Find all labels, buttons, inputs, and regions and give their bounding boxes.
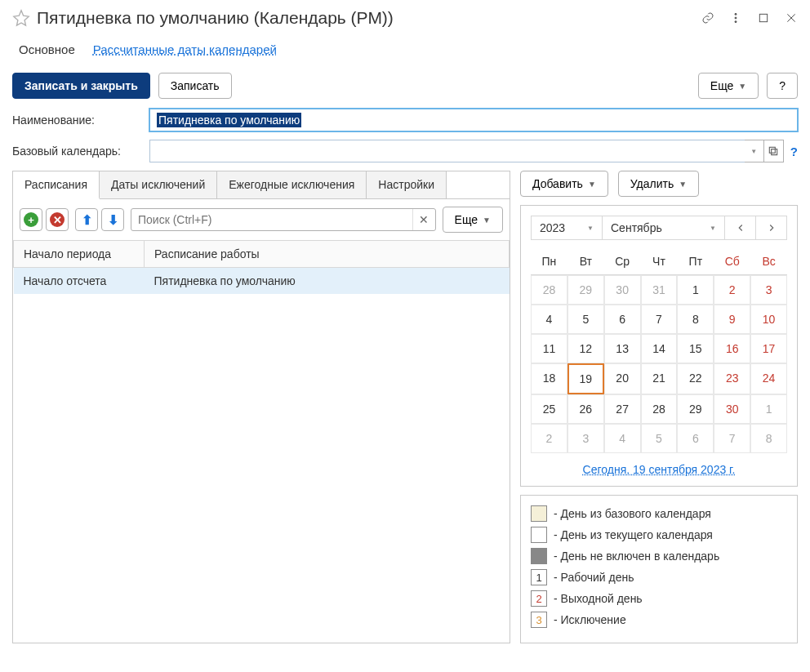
- calendar-day[interactable]: 6: [604, 305, 641, 334]
- calendar-day[interactable]: 3: [567, 424, 604, 453]
- chevron-down-icon: ▼: [679, 180, 687, 189]
- tab-yearly-exceptions[interactable]: Ежегодные исключения: [217, 171, 367, 198]
- right-toolbar: Добавить▼ Удалить▼: [520, 171, 798, 197]
- dropdown-button[interactable]: ▼: [745, 140, 764, 162]
- base-calendar-row: Базовый календарь: ▼ ?: [12, 140, 798, 162]
- calendar-day[interactable]: 4: [531, 305, 567, 334]
- calendar-day[interactable]: 3: [750, 275, 787, 305]
- more-button[interactable]: Еще▼: [698, 73, 759, 99]
- calendar-day[interactable]: 5: [567, 305, 604, 334]
- calendar-day[interactable]: 24: [750, 363, 787, 394]
- main-toolbar: Записать и закрыть Записать Еще▼ ?: [12, 73, 798, 99]
- next-month-button[interactable]: [756, 216, 787, 240]
- table-row[interactable]: Начало отсчета Пятидневка по умолчанию: [14, 268, 510, 295]
- calendar-day[interactable]: 26: [567, 394, 604, 424]
- calendar-day[interactable]: 23: [714, 363, 750, 394]
- svg-point-2: [735, 21, 737, 23]
- legend-swatch-current: [531, 527, 547, 543]
- calendar-day[interactable]: 31: [641, 275, 678, 305]
- plus-icon: +: [24, 212, 38, 227]
- calendar-day[interactable]: 22: [677, 363, 714, 394]
- year-selector[interactable]: 2023▼: [531, 216, 603, 240]
- svg-rect-4: [770, 147, 776, 153]
- tab-settings[interactable]: Настройки: [367, 171, 447, 198]
- save-button[interactable]: Записать: [158, 73, 232, 99]
- svg-point-1: [735, 17, 737, 19]
- calendar-day[interactable]: 25: [531, 394, 567, 424]
- open-button[interactable]: [764, 140, 784, 162]
- calendar-day[interactable]: 7: [714, 424, 750, 453]
- move-up-button[interactable]: ⬆: [75, 208, 98, 231]
- kebab-menu-icon[interactable]: [729, 11, 742, 24]
- delete-row-button[interactable]: ✕: [46, 208, 69, 231]
- calendar-day[interactable]: 4: [604, 424, 641, 453]
- calendar-day[interactable]: 16: [714, 334, 750, 363]
- clear-search-button[interactable]: ✕: [412, 209, 435, 230]
- calendar-day[interactable]: 15: [677, 334, 714, 363]
- prev-month-button[interactable]: [725, 216, 756, 240]
- calendar-day[interactable]: 17: [750, 334, 787, 363]
- add-button[interactable]: Добавить▼: [520, 171, 608, 197]
- calendar-day[interactable]: 2: [531, 424, 567, 453]
- calendar-day[interactable]: 27: [604, 394, 641, 424]
- maximize-icon[interactable]: [757, 11, 770, 24]
- nav-main[interactable]: Основное: [19, 42, 75, 56]
- legend-swatch-exception: 3: [531, 612, 547, 628]
- calendar-day[interactable]: 8: [750, 424, 787, 453]
- cross-icon: ✕: [50, 212, 65, 227]
- tabs: Расписания Даты исключений Ежегодные иск…: [13, 171, 510, 199]
- calendar-day[interactable]: 21: [641, 363, 678, 394]
- calendar-day[interactable]: 28: [531, 275, 567, 305]
- calendar-day[interactable]: 28: [641, 394, 678, 424]
- calendar-day[interactable]: 30: [604, 275, 641, 305]
- calendar-day[interactable]: 18: [531, 363, 567, 394]
- base-calendar-label: Базовый календарь:: [12, 145, 149, 158]
- name-input[interactable]: Пятидневка по умолчанию: [149, 109, 798, 131]
- month-selector[interactable]: Сентябрь▼: [603, 216, 725, 240]
- calendar-day[interactable]: 11: [531, 334, 567, 363]
- calendar-day[interactable]: 1: [750, 394, 787, 424]
- col-start-period[interactable]: Начало периода: [14, 241, 145, 268]
- close-icon[interactable]: [785, 11, 798, 24]
- nav-calculated-dates[interactable]: Рассчитанные даты календарей: [93, 42, 277, 56]
- legend-swatch-excluded: [531, 548, 547, 564]
- calendar-day[interactable]: 29: [677, 394, 714, 424]
- legend-label: - День из базового календаря: [554, 507, 711, 520]
- arrow-down-icon: ⬇: [108, 212, 118, 228]
- calendar-day[interactable]: 30: [714, 394, 750, 424]
- sub-more-button[interactable]: Еще▼: [443, 207, 503, 233]
- legend-label: - Выходной день: [554, 592, 643, 605]
- search-input[interactable]: [131, 209, 412, 230]
- link-icon[interactable]: [701, 11, 714, 24]
- calendar-day[interactable]: 29: [567, 275, 604, 305]
- calendar-day[interactable]: 7: [641, 305, 678, 334]
- calendar-day[interactable]: 20: [604, 363, 641, 394]
- calendar-day[interactable]: 5: [641, 424, 678, 453]
- right-pane: Добавить▼ Удалить▼ 2023▼ Сентябрь▼ ПнВтС…: [520, 171, 798, 643]
- calendar-header: 2023▼ Сентябрь▼: [531, 216, 787, 240]
- base-calendar-input[interactable]: [149, 140, 745, 162]
- legend: - День из базового календаря - День из т…: [520, 495, 798, 643]
- calendar-day[interactable]: 19: [567, 363, 604, 394]
- calendar-day[interactable]: 6: [677, 424, 714, 453]
- move-down-button[interactable]: ⬇: [101, 208, 124, 231]
- calendar-day[interactable]: 8: [677, 305, 714, 334]
- calendar-day[interactable]: 9: [714, 305, 750, 334]
- save-and-close-button[interactable]: Записать и закрыть: [12, 73, 150, 99]
- calendar-day[interactable]: 10: [750, 305, 787, 334]
- calendar-day[interactable]: 13: [604, 334, 641, 363]
- calendar-day[interactable]: 2: [714, 275, 750, 305]
- delete-button[interactable]: Удалить▼: [618, 171, 699, 197]
- col-schedule[interactable]: Расписание работы: [145, 241, 510, 268]
- chevron-down-icon: ▼: [483, 216, 491, 225]
- field-help-icon[interactable]: ?: [790, 145, 798, 158]
- help-button[interactable]: ?: [767, 73, 798, 99]
- tab-schedules[interactable]: Расписания: [13, 171, 100, 199]
- calendar-day[interactable]: 14: [641, 334, 678, 363]
- calendar-day[interactable]: 12: [567, 334, 604, 363]
- favorite-star-icon[interactable]: [12, 9, 30, 27]
- add-row-button[interactable]: +: [20, 208, 42, 231]
- today-link[interactable]: Сегодня, 19 сентября 2023 г.: [531, 463, 787, 476]
- calendar-day[interactable]: 1: [677, 275, 714, 305]
- tab-exception-dates[interactable]: Даты исключений: [100, 171, 217, 198]
